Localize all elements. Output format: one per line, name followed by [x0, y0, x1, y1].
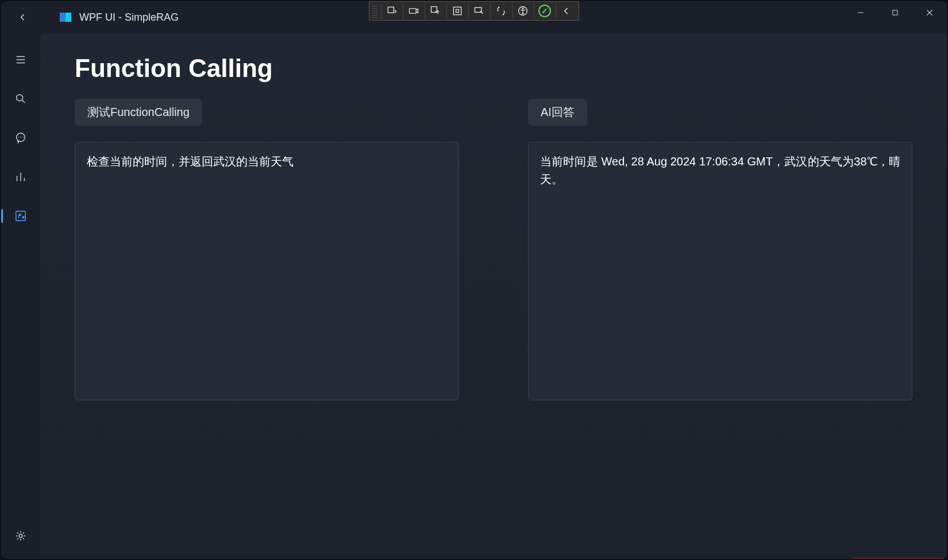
accessibility-button[interactable]	[512, 3, 533, 19]
check-circle-icon: ✓	[538, 5, 551, 17]
close-button[interactable]	[912, 1, 947, 24]
gear-icon	[14, 530, 27, 542]
svg-point-12	[19, 534, 22, 538]
test-function-calling-button[interactable]: 测试FunctionCalling	[75, 99, 202, 126]
svg-point-7	[522, 8, 523, 9]
minimize-icon	[857, 9, 865, 17]
display-layout-button[interactable]	[446, 3, 467, 19]
svg-rect-0	[388, 7, 394, 13]
ai-answer-button[interactable]: AI回答	[528, 99, 587, 126]
vs-debug-toolbar[interactable]: ✓	[369, 1, 579, 21]
maximize-icon	[891, 9, 899, 17]
select-element-button[interactable]	[425, 3, 445, 19]
search-icon	[14, 92, 27, 105]
cursor-select-icon	[430, 5, 441, 17]
svg-rect-8	[893, 10, 897, 15]
box-icon	[452, 5, 463, 17]
taskbar-edge	[851, 558, 943, 559]
output-text-panel: 当前时间是 Wed, 28 Aug 2024 17:06:34 GMT，武汉的天…	[528, 142, 912, 400]
arrow-left-icon	[17, 11, 29, 23]
track-focus-button[interactable]	[468, 3, 489, 19]
maximize-button[interactable]	[878, 1, 912, 24]
app-icon	[60, 13, 71, 22]
sidebar	[1, 33, 40, 559]
drag-handle-icon[interactable]	[372, 4, 377, 18]
sidebar-item-chat[interactable]	[8, 125, 33, 150]
page-title: Function Calling	[75, 54, 912, 83]
window-controls	[843, 1, 947, 24]
accessibility-icon	[517, 5, 529, 17]
chat-icon	[14, 132, 27, 144]
sidebar-item-settings[interactable]	[8, 523, 33, 549]
sidebar-item-menu[interactable]	[8, 47, 33, 72]
chart-icon	[14, 171, 27, 183]
live-visual-tree-button[interactable]	[381, 3, 402, 19]
svg-rect-4	[456, 10, 458, 13]
rect-select-icon	[473, 5, 485, 17]
menu-icon	[14, 53, 27, 66]
status-ok-button[interactable]: ✓	[534, 3, 554, 19]
sidebar-item-function-calling[interactable]	[8, 203, 33, 229]
left-column: 测试FunctionCalling 检查当前的时间，并返回武汉的当前天气	[75, 99, 459, 400]
sidebar-item-search[interactable]	[8, 86, 33, 111]
input-text-panel[interactable]: 检查当前的时间，并返回武汉的当前天气	[75, 142, 459, 400]
two-column-layout: 测试FunctionCalling 检查当前的时间，并返回武汉的当前天气 AI回…	[75, 99, 912, 400]
hot-reload-button[interactable]	[490, 3, 511, 19]
body: Function Calling 测试FunctionCalling 检查当前的…	[1, 33, 947, 559]
back-button[interactable]	[11, 6, 34, 29]
svg-rect-1	[409, 9, 416, 13]
close-icon	[925, 8, 934, 17]
tree-icon	[386, 5, 398, 17]
right-column: AI回答 当前时间是 Wed, 28 Aug 2024 17:06:34 GMT…	[528, 99, 912, 400]
collapse-toolbar-button[interactable]	[556, 3, 576, 19]
content-area: Function Calling 测试FunctionCalling 检查当前的…	[40, 33, 947, 559]
app-window: WPF UI - SimpleRAG	[1, 1, 947, 559]
fx-icon	[14, 210, 27, 222]
sidebar-item-chart[interactable]	[8, 164, 33, 190]
app-title: WPF UI - SimpleRAG	[79, 11, 179, 24]
titlebar[interactable]: WPF UI - SimpleRAG	[1, 1, 947, 33]
record-button[interactable]	[403, 3, 423, 19]
camera-icon	[408, 5, 419, 17]
minimize-button[interactable]	[843, 1, 878, 24]
hotreload-icon	[495, 5, 507, 17]
svg-rect-3	[453, 7, 461, 14]
chevron-left-icon	[561, 5, 572, 17]
svg-point-9	[17, 95, 23, 101]
